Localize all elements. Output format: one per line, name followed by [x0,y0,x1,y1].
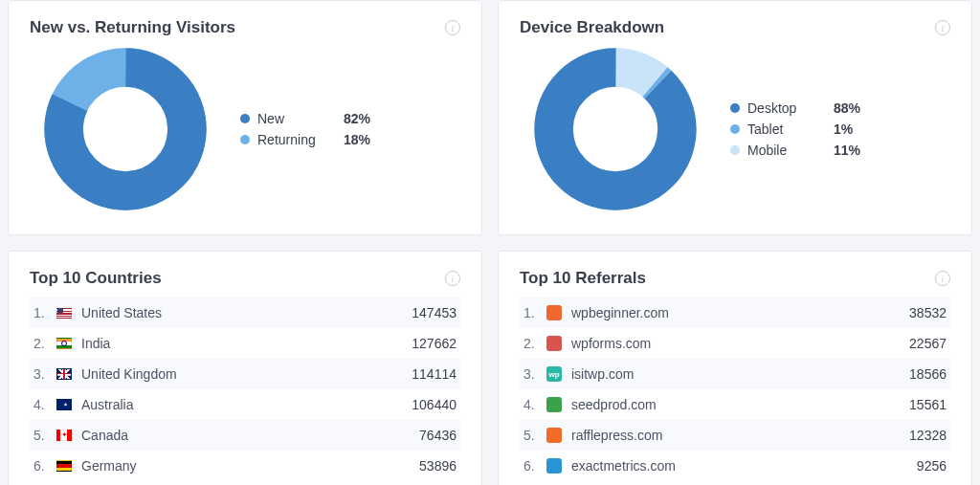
legend-label: Returning [257,132,344,147]
list-item: 6.Germany53896 [30,451,460,481]
referrals-list: 1.wpbeginner.com385322.wpforms.com225673… [520,298,950,481]
list-item: 1.United States147453 [30,298,460,328]
legend-label: Mobile [747,143,834,158]
legend-row: Returning 18% [240,132,391,147]
rank: 2. [523,336,546,351]
country-label: Canada [81,428,419,443]
legend-row: Mobile 11% [730,143,881,158]
legend-value: 1% [834,121,881,137]
legend-dot-icon [730,145,740,155]
device-legend: Desktop 88% Tablet 1% Mobile 11% [730,95,881,164]
legend-dot-icon [730,103,740,113]
legend-label: New [257,111,344,126]
legend-value: 88% [834,100,881,116]
list-item: 5.Canada76436 [30,420,460,451]
country-label: United States [81,305,412,320]
list-item: 2.India127662 [30,328,460,359]
country-value: 127662 [412,336,457,351]
favicon-icon [546,336,562,351]
countries-list: 1.United States1474532.India1276623.Unit… [30,298,460,481]
legend-value: 18% [344,132,391,147]
list-item: 5.rafflepress.com12328 [520,420,950,451]
flag-icon [56,307,72,319]
info-icon[interactable]: i [935,20,950,35]
flag-icon [56,430,72,441]
favicon-icon [546,305,562,320]
legend-value: 82% [344,111,391,126]
country-value: 114114 [412,366,457,382]
visitors-card: New vs. Returning Visitors i New 82% Ret… [8,0,482,235]
svg-point-4 [554,68,678,191]
flag-icon [56,338,72,349]
favicon-icon [546,458,562,474]
referral-label: seedprod.com [571,397,909,412]
rank: 2. [33,336,56,351]
legend-row: Desktop 88% [730,100,881,116]
rank: 4. [33,397,56,412]
legend-value: 11% [834,143,881,158]
rank: 5. [33,428,56,443]
visitors-card-title: New vs. Returning Visitors [30,18,235,37]
list-item: 2.wpforms.com22567 [520,328,950,359]
country-value: 53896 [419,458,457,474]
list-item: 4.Australia106440 [30,389,460,420]
country-label: Germany [81,458,419,474]
info-icon[interactable]: i [445,271,460,286]
list-item: 4.seedprod.com15561 [520,389,950,420]
referrals-card: Top 10 Referrals i 1.wpbeginner.com38532… [498,251,972,485]
rank: 1. [523,305,546,320]
country-label: India [81,336,412,351]
legend-dot-icon [730,124,740,134]
list-item: 3.United Kingdom114114 [30,359,460,389]
favicon-icon [546,428,562,443]
rank: 4. [523,397,546,412]
referral-label: wpforms.com [571,336,909,351]
device-card-title: Device Breakdown [520,18,664,37]
referral-label: isitwp.com [571,366,909,382]
rank: 1. [33,305,56,320]
countries-card-title: Top 10 Countries [30,269,162,288]
referral-label: rafflepress.com [571,428,909,443]
referral-value: 12328 [909,428,947,443]
referrals-card-title: Top 10 Referrals [520,269,646,288]
visitors-legend: New 82% Returning 18% [240,105,391,153]
legend-dot-icon [240,114,250,123]
country-value: 76436 [419,428,457,443]
country-value: 106440 [412,397,457,412]
info-icon[interactable]: i [445,20,460,35]
referral-value: 18566 [909,366,947,382]
rank: 5. [523,428,546,443]
legend-row: New 82% [240,111,391,126]
visitors-donut-chart [30,43,221,215]
favicon-icon: wp [546,366,562,382]
flag-icon [56,460,72,472]
legend-row: Tablet 1% [730,121,881,137]
list-item: 3.wpisitwp.com18566 [520,359,950,389]
favicon-icon [546,397,562,412]
rank: 6. [523,458,546,474]
referral-label: wpbeginner.com [571,305,909,320]
rank: 3. [523,366,546,382]
legend-dot-icon [240,135,250,144]
rank: 3. [33,366,56,382]
referral-value: 38532 [909,305,947,320]
country-value: 147453 [412,305,457,320]
referral-value: 15561 [909,397,947,412]
legend-label: Tablet [747,121,834,137]
referral-label: exactmetrics.com [571,458,917,474]
device-card: Device Breakdown i Desktop 88% [498,0,972,235]
referral-value: 9256 [917,458,947,474]
legend-label: Desktop [747,100,834,116]
countries-card: Top 10 Countries i 1.United States147453… [8,251,482,485]
info-icon[interactable]: i [935,271,950,286]
list-item: 1.wpbeginner.com38532 [520,298,950,328]
flag-icon [56,368,72,380]
svg-point-1 [64,68,188,191]
rank: 6. [33,458,56,474]
flag-icon [56,399,72,410]
referral-value: 22567 [909,336,947,351]
country-label: Australia [81,397,412,412]
device-donut-chart [520,43,711,215]
list-item: 6.exactmetrics.com9256 [520,451,950,481]
country-label: United Kingdom [81,366,412,382]
